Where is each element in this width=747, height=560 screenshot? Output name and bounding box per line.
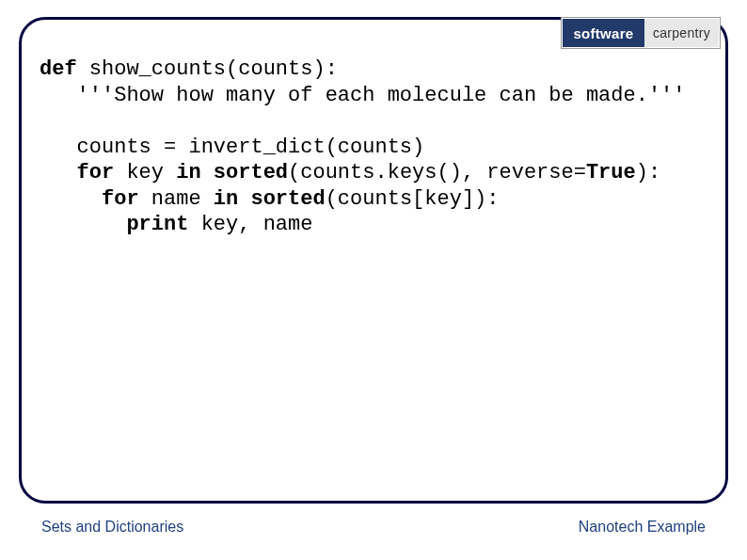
kw-in2: in bbox=[214, 187, 238, 211]
kw-in1: in bbox=[176, 161, 200, 184]
code-l6d bbox=[238, 187, 250, 211]
code-l5d bbox=[201, 161, 214, 184]
code-l6b: name bbox=[139, 187, 214, 211]
kw-true: True bbox=[586, 161, 636, 184]
code-line1-rest: show_counts(counts): bbox=[77, 57, 338, 81]
logo-right-text: carpentry bbox=[644, 19, 719, 47]
code-l5b: key bbox=[114, 161, 176, 184]
kw-def: def bbox=[40, 57, 77, 81]
code-line2: '''Show how many of each molecule can be… bbox=[77, 84, 686, 107]
code-block: def show_counts(counts): '''Show how man… bbox=[40, 56, 728, 238]
code-line4: counts = invert_dict(counts) bbox=[77, 136, 425, 159]
code-l6f: (counts[key]): bbox=[326, 187, 500, 211]
code-l5f: (counts.keys(), reverse= bbox=[288, 161, 586, 184]
code-l5h: ): bbox=[636, 161, 660, 184]
logo-left-text: software bbox=[563, 19, 644, 47]
kw-for1: for bbox=[77, 161, 115, 184]
kw-sorted1: sorted bbox=[214, 161, 288, 184]
footer-right: Nanotech Example bbox=[579, 519, 706, 536]
kw-print: print bbox=[126, 213, 188, 236]
footer-left: Sets and Dictionaries bbox=[41, 519, 183, 536]
logo: software carpentry bbox=[561, 17, 721, 49]
kw-sorted2: sorted bbox=[250, 187, 325, 211]
kw-for2: for bbox=[102, 187, 139, 211]
code-l7b: key, name bbox=[188, 213, 312, 236]
